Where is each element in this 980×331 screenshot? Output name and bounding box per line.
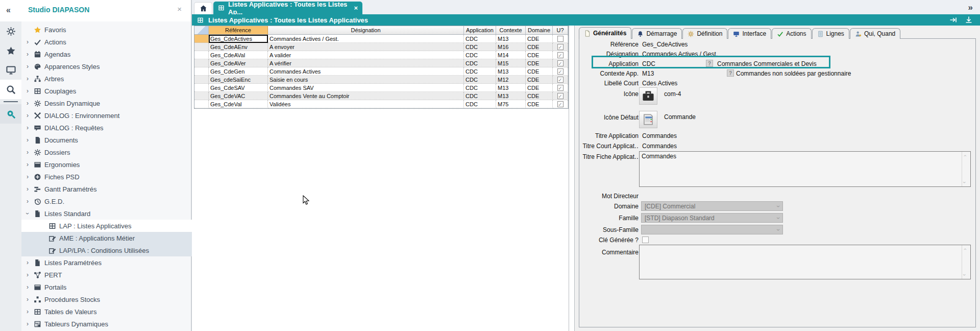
sidebar-item-procedures-stocks[interactable]: ›Procédures Stocks: [21, 293, 192, 305]
cell-domaine[interactable]: CDE: [526, 84, 553, 92]
cell-contexte[interactable]: M75: [496, 100, 526, 108]
sidebar-item-dialog-environnement[interactable]: ›DIALOG : Environnement: [21, 109, 192, 122]
cell-domaine[interactable]: CDE: [526, 92, 553, 100]
scroll-down-icon[interactable]: ›: [962, 181, 968, 183]
search-icon[interactable]: [0, 80, 21, 99]
sidebar-item-lap-lpa-conditions[interactable]: LAP/LPA : Conditions Utilisées: [21, 244, 192, 256]
row-selector[interactable]: [194, 100, 209, 108]
sidebar-item-ergonomies[interactable]: ›Ergonomies: [21, 158, 192, 171]
cell-application[interactable]: CDC: [464, 59, 496, 67]
tab-definition[interactable]: Définition: [682, 28, 727, 39]
screens-monitor-icon[interactable]: [0, 60, 21, 80]
tab-close-icon[interactable]: ×: [354, 4, 358, 12]
chevron-right-icon[interactable]: ›: [24, 320, 31, 327]
table-row[interactable]: Ges_cdeSaiEnc Saisie en cours CDC M12 CD…: [194, 76, 568, 84]
tab-interface[interactable]: Interface: [728, 28, 771, 39]
cell-domaine[interactable]: CDE: [526, 59, 553, 67]
download-icon[interactable]: [965, 16, 973, 24]
u-checkbox[interactable]: ✓: [557, 101, 564, 107]
cell-contexte[interactable]: M15: [496, 59, 526, 67]
cell-reference[interactable]: Ges_CdeAVer: [209, 59, 268, 67]
chevron-right-icon[interactable]: ›: [24, 161, 31, 168]
contexte-help-button[interactable]: ?: [727, 69, 734, 77]
chevron-right-icon[interactable]: ›: [24, 75, 31, 82]
cell-reference[interactable]: Ges_CdeAVal: [209, 51, 268, 59]
row-selector[interactable]: [194, 76, 209, 84]
table-row[interactable]: Ges_CdeAEnv A envoyer CDC M16 CDE ✓: [194, 43, 568, 51]
u-checkbox[interactable]: ✓: [557, 44, 564, 50]
cle-generee-checkbox[interactable]: [642, 237, 649, 243]
textarea-scrollbar[interactable]: ››: [962, 152, 970, 186]
cell-domaine[interactable]: CDE: [526, 51, 553, 59]
cell-domaine[interactable]: CDE: [526, 35, 553, 43]
row-selector[interactable]: [194, 92, 209, 100]
cell-application[interactable]: CDC: [464, 84, 496, 92]
chevron-right-icon[interactable]: ›: [24, 271, 31, 278]
chevron-right-icon[interactable]: ›: [24, 63, 31, 70]
cell-domaine[interactable]: CDE: [526, 67, 553, 76]
row-selector[interactable]: [194, 51, 209, 59]
tab-listes-applicatives[interactable]: Listes Applicatives : Toutes les Listes …: [213, 2, 362, 14]
commentaire-textarea[interactable]: ››: [639, 245, 971, 279]
column-header-u[interactable]: U?: [553, 26, 568, 35]
cell-application[interactable]: CDC: [464, 76, 496, 84]
explorer-search-icon[interactable]: [0, 104, 21, 124]
u-checkbox[interactable]: ✓: [557, 52, 564, 58]
cell-reference[interactable]: Ges_CdeGen: [209, 67, 268, 76]
scroll-down-icon[interactable]: ›: [962, 274, 968, 276]
sidebar-item-lap-listes-applicatives[interactable]: LAP : Listes Applicatives: [21, 220, 192, 232]
application-value[interactable]: CDC: [642, 60, 655, 67]
titre-fiche-textarea[interactable]: Commandes ››: [639, 151, 971, 187]
row-selector[interactable]: [194, 59, 209, 67]
sidebar-item-agendas[interactable]: ›Agendas: [21, 48, 192, 60]
famille-select[interactable]: [STD] Diapason Standard ›: [641, 213, 783, 223]
chevron-right-icon[interactable]: ›: [24, 283, 31, 291]
cell-application[interactable]: CDC: [464, 92, 496, 100]
cell-designation[interactable]: Commandes Actives / Gest.: [268, 35, 464, 43]
cell-reference[interactable]: Ges_CdeActives: [209, 35, 268, 43]
u-checkbox[interactable]: ✓: [557, 85, 564, 91]
column-header-contexte[interactable]: Contexte: [496, 26, 526, 35]
cell-reference[interactable]: Ges_CdeVAC: [209, 92, 268, 100]
chevron-right-icon[interactable]: ›: [24, 185, 31, 193]
cell-domaine[interactable]: CDE: [526, 43, 553, 51]
cell-designation[interactable]: A vérifier: [268, 59, 464, 67]
table-row[interactable]: Ges_CdeVAC Commandes Vente au Comptoir C…: [194, 92, 568, 100]
sidebar-item-favoris[interactable]: Favoris: [21, 23, 192, 36]
u-checkbox[interactable]: ✓: [557, 60, 564, 66]
chevron-right-icon[interactable]: ›: [24, 124, 31, 131]
sidebar-item-listes-parametrees[interactable]: ›Listes Paramétrées: [21, 256, 192, 269]
row-selector[interactable]: [194, 43, 209, 51]
sidebar-item-dossiers[interactable]: ›Dossiers: [21, 146, 192, 158]
cell-designation[interactable]: A envoyer: [268, 43, 464, 51]
collapse-sidebar-icon[interactable]: «: [6, 6, 11, 15]
table-row[interactable]: Ges_CdeGen Commandes Actives CDC M13 CDE…: [194, 67, 568, 76]
table-row[interactable]: Ges_CdeSAV Commandes SAV CDC M13 CDE ✓: [194, 84, 568, 92]
cell-contexte[interactable]: M13: [496, 35, 526, 43]
home-tab[interactable]: [194, 2, 212, 14]
column-header-reference[interactable]: Référence: [209, 26, 268, 35]
cell-contexte[interactable]: M13: [496, 67, 526, 76]
u-checkbox[interactable]: [557, 36, 564, 42]
table-row[interactable]: Ges_CdeActives Commandes Actives / Gest.…: [194, 35, 568, 43]
tab-lignes[interactable]: Lignes: [812, 28, 849, 39]
cell-designation[interactable]: Validées: [268, 100, 464, 108]
cell-application[interactable]: CDC: [464, 43, 496, 51]
domaine-select[interactable]: [CDE] Commercial ›: [641, 201, 783, 211]
sidebar-close-icon[interactable]: ×: [177, 5, 182, 13]
cell-contexte[interactable]: M16: [496, 43, 526, 51]
sidebar-item-dessin-dynamique[interactable]: ›Dessin Dynamique: [21, 97, 192, 109]
tab-demarrage[interactable]: Démarrage: [632, 28, 682, 39]
cell-designation[interactable]: A valider: [268, 51, 464, 59]
cell-contexte[interactable]: M12: [496, 76, 526, 84]
tab-overflow-icon[interactable]: »: [968, 3, 973, 13]
cell-domaine[interactable]: CDE: [526, 76, 553, 84]
scroll-up-icon[interactable]: ›: [962, 155, 968, 157]
tab-generalites[interactable]: Généralités: [579, 27, 631, 39]
table-row[interactable]: Ges_CdeAVer A vérifier CDC M15 CDE ✓: [194, 59, 568, 67]
cell-contexte[interactable]: M13: [496, 84, 526, 92]
cell-contexte[interactable]: M14: [496, 51, 526, 59]
chevron-right-icon[interactable]: ›: [24, 38, 31, 45]
favorites-star-icon[interactable]: [0, 41, 21, 60]
application-help-button[interactable]: ?: [706, 60, 713, 67]
